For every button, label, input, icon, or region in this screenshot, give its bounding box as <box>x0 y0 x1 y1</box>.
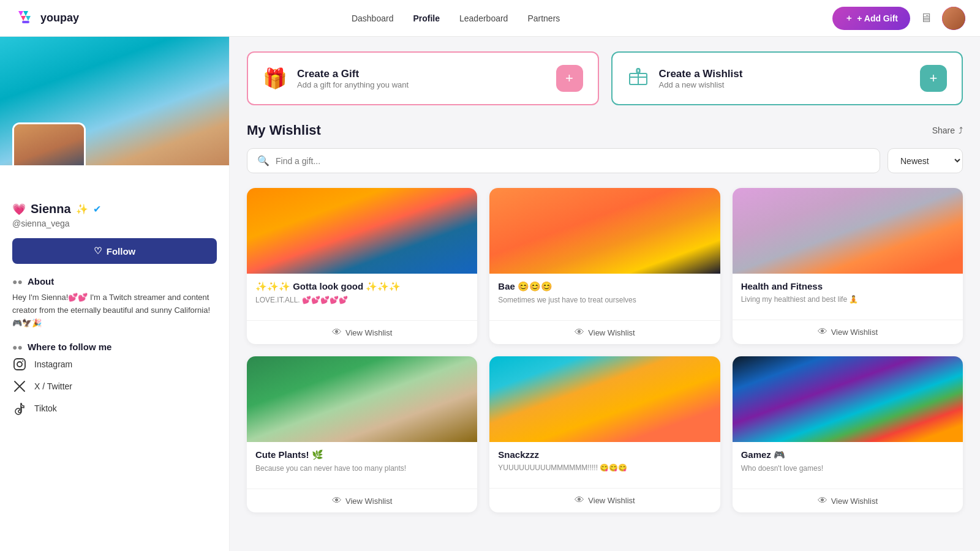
follow-heart-icon: ♡ <box>94 246 102 257</box>
svg-point-6 <box>17 362 22 367</box>
social-tiktok[interactable]: Tiktok <box>12 401 217 416</box>
create-gift-sub: Add a gift for anything you want <box>297 80 409 89</box>
heart-emoji: 💗 <box>12 203 26 216</box>
plus-icon-teal: + <box>930 70 938 86</box>
view-wishlist-button[interactable]: 👁 View Wishlist <box>489 488 720 512</box>
nav-dashboard[interactable]: Dashboard <box>352 13 394 23</box>
nav-links: Dashboard Profile Leaderboard Partners <box>352 13 560 23</box>
sort-select[interactable]: Newest Oldest A-Z Price: Low Price: High <box>888 148 963 173</box>
eye-icon: 👁 <box>818 495 827 506</box>
create-gift-card[interactable]: 🎁 Create a Gift Add a gift for anything … <box>247 51 599 105</box>
user-name-row: 💗 Sienna ✨ ✔ <box>12 202 217 216</box>
create-wishlist-text: Create a Wishlist Add a new wishlist <box>659 68 743 89</box>
user-avatar[interactable] <box>942 7 965 30</box>
nav-profile[interactable]: Profile <box>413 13 440 23</box>
create-wishlist-sub: Add a new wishlist <box>659 80 743 89</box>
wishlist-card-desc: Sometimes we just have to treat ourselve… <box>498 294 711 305</box>
wishlist-card[interactable]: ✨✨✨ Gotta look good ✨✨✨ LOVE.IT.ALL. 💕💕💕… <box>247 188 477 344</box>
eye-icon: 👁 <box>332 327 342 338</box>
search-icon: 🔍 <box>257 155 270 167</box>
nav-partners[interactable]: Partners <box>527 13 560 23</box>
wishlist-card-name: Cute Plants! 🌿 <box>255 449 469 460</box>
view-wishlist-button[interactable]: 👁 View Wishlist <box>733 320 963 343</box>
wishlist-card-desc: Living my healthiest and best life 🧘 <box>741 294 954 305</box>
follow-button[interactable]: ♡ Follow <box>12 238 217 264</box>
wishlist-card-name: ✨✨✨ Gotta look good ✨✨✨ <box>255 281 469 292</box>
social-twitter[interactable]: X / Twitter <box>12 379 217 394</box>
follow-label: Follow <box>107 246 136 257</box>
share-button[interactable]: Share ⤴ <box>932 126 963 135</box>
follow-heading: Where to follow me <box>28 342 112 352</box>
gift-teal-icon <box>627 65 649 92</box>
view-wishlist-button[interactable]: 👁 View Wishlist <box>247 489 477 512</box>
about-heading: About <box>28 276 54 287</box>
view-wishlist-label: View Wishlist <box>588 496 635 505</box>
eye-icon: 👁 <box>575 327 584 338</box>
nav-leaderboard[interactable]: Leaderboard <box>459 13 508 23</box>
sidebar-avatar <box>14 124 84 165</box>
wishlist-card-desc: Because you can never have too many plan… <box>255 463 469 474</box>
eye-icon: 👁 <box>575 495 584 506</box>
plus-icon: + <box>565 70 573 86</box>
username: @sienna_vega <box>12 219 217 228</box>
logo-text: youpay <box>40 12 79 24</box>
wishlist-card-name: Snackzzz <box>498 449 711 460</box>
about-section-header: ●● About <box>12 276 217 287</box>
view-wishlist-button[interactable]: 👁 View Wishlist <box>733 489 963 512</box>
view-wishlist-button[interactable]: 👁 View Wishlist <box>489 320 720 344</box>
svg-marker-2 <box>21 16 26 21</box>
wishlist-card-body: ✨✨✨ Gotta look good ✨✨✨ LOVE.IT.ALL. 💕💕💕… <box>247 274 477 320</box>
logo[interactable]: youpay <box>15 7 79 29</box>
social-links: Instagram X / Twitter <box>12 357 217 416</box>
action-cards: 🎁 Create a Gift Add a gift for anything … <box>247 51 963 105</box>
twitter-label: X / Twitter <box>34 381 72 391</box>
main-content: 🎁 Create a Gift Add a gift for anything … <box>230 37 980 551</box>
wishlist-card[interactable]: Health and Fitness Living my healthiest … <box>733 188 963 344</box>
create-gift-title: Create a Gift <box>297 68 409 80</box>
view-wishlist-label: View Wishlist <box>831 328 878 337</box>
create-wishlist-title: Create a Wishlist <box>659 68 743 80</box>
follow-section-header: ●● Where to follow me <box>12 342 217 352</box>
create-gift-left: 🎁 Create a Gift Add a gift for anything … <box>263 67 409 90</box>
svg-marker-1 <box>23 11 28 16</box>
monitor-icon[interactable]: 🖥 <box>920 11 932 25</box>
follow-dot-icon: ●● <box>12 342 23 352</box>
create-wishlist-card[interactable]: Create a Wishlist Add a new wishlist + <box>611 51 963 105</box>
avatar-image <box>942 7 965 30</box>
logo-icon <box>15 7 37 29</box>
wishlist-card-image <box>247 188 477 274</box>
search-input[interactable] <box>276 156 870 166</box>
wishlist-grid: ✨✨✨ Gotta look good ✨✨✨ LOVE.IT.ALL. 💕💕💕… <box>247 188 963 512</box>
view-wishlist-label: View Wishlist <box>345 497 392 506</box>
add-gift-button[interactable]: ＋ + Add Gift <box>832 7 910 30</box>
wishlist-card[interactable]: Cute Plants! 🌿 Because you can never hav… <box>247 356 477 512</box>
verified-icon: ✔ <box>93 203 101 215</box>
wishlist-card-name: Health and Fitness <box>741 281 954 291</box>
create-wishlist-plus-button[interactable]: + <box>920 65 947 92</box>
wishlist-card[interactable]: Snackzzz YUUUUUUUUUMMMMMM!!!!! 😋😋😋 👁 Vie… <box>489 356 720 512</box>
wishlist-card-image <box>733 188 963 274</box>
svg-point-7 <box>22 361 23 362</box>
instagram-icon <box>12 357 27 372</box>
share-icon: ⤴ <box>959 126 963 135</box>
create-wishlist-left: Create a Wishlist Add a new wishlist <box>627 65 743 92</box>
eye-icon: 👁 <box>332 495 342 506</box>
wishlist-card-desc: Who doesn't love games! <box>741 463 954 474</box>
wishlist-card-desc: LOVE.IT.ALL. 💕💕💕💕💕 <box>255 294 469 305</box>
view-wishlist-label: View Wishlist <box>345 328 392 337</box>
wishlist-card-name: Gamez 🎮 <box>741 449 954 460</box>
eye-icon: 👁 <box>818 326 827 337</box>
instagram-label: Instagram <box>34 359 72 369</box>
user-name: Sienna <box>31 202 71 216</box>
social-instagram[interactable]: Instagram <box>12 357 217 372</box>
wishlist-card[interactable]: Bae 😊😊😊 Sometimes we just have to treat … <box>489 188 720 344</box>
add-gift-icon: ＋ <box>845 13 853 24</box>
nav-right: ＋ + Add Gift 🖥 <box>832 7 965 30</box>
wishlist-header: My Wishlist Share ⤴ <box>247 122 963 138</box>
wishlist-card[interactable]: Gamez 🎮 Who doesn't love games! 👁 View W… <box>733 356 963 512</box>
navbar: youpay Dashboard Profile Leaderboard Par… <box>0 0 980 37</box>
cover-image: ▦ <box>0 37 229 165</box>
create-gift-plus-button[interactable]: + <box>556 65 583 92</box>
view-wishlist-button[interactable]: 👁 View Wishlist <box>247 320 477 344</box>
sidebar-content: 💗 Sienna ✨ ✔ @sienna_vega ♡ Follow ●● Ab… <box>0 165 229 428</box>
